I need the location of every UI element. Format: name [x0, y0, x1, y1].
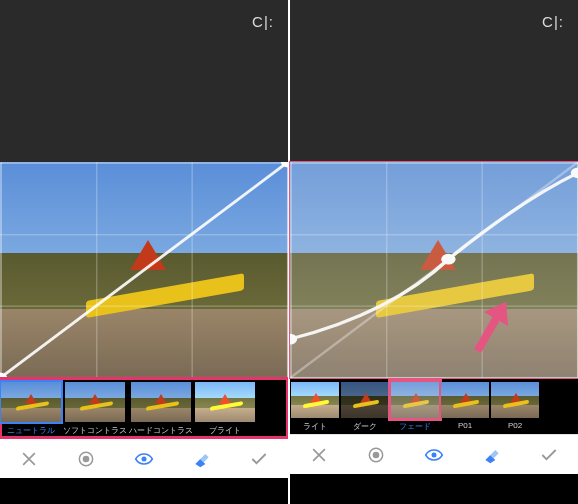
- preset-label: ソフトコントラスト: [63, 425, 127, 436]
- spacer: [290, 42, 578, 162]
- preset-hard-contrast[interactable]: ハードコントラスト: [129, 382, 193, 436]
- close-button[interactable]: [303, 439, 335, 471]
- preset-fade[interactable]: フェード: [391, 382, 439, 432]
- tool-contrast-icon[interactable]: [360, 439, 392, 471]
- tool-eraser-icon[interactable]: [186, 443, 218, 475]
- preset-neutral[interactable]: ニュートラル: [1, 382, 61, 436]
- tool-eye-icon[interactable]: [418, 439, 450, 471]
- tone-curve[interactable]: [0, 162, 288, 378]
- image-canvas[interactable]: [290, 162, 578, 378]
- preset-strip: ライト ダーク フェード P01 P02: [290, 378, 578, 434]
- tool-eraser-icon[interactable]: [476, 439, 508, 471]
- accept-button[interactable]: [243, 443, 275, 475]
- preset-p01[interactable]: P01: [441, 382, 489, 432]
- panel-right: C|: ライト ダーク フェード: [288, 0, 578, 504]
- accept-button[interactable]: [533, 439, 565, 471]
- svg-point-4: [83, 455, 90, 462]
- topbar: C|:: [290, 0, 578, 42]
- canvas-wrap: [0, 162, 288, 378]
- svg-point-8: [441, 254, 455, 265]
- preset-label: フェード: [399, 421, 431, 432]
- preset-p02[interactable]: P02: [491, 382, 539, 432]
- compare-icon[interactable]: C|:: [542, 13, 564, 30]
- svg-line-0: [0, 162, 288, 378]
- svg-point-11: [373, 451, 380, 458]
- canvas-wrap: [290, 162, 578, 378]
- preset-light[interactable]: ライト: [291, 382, 339, 432]
- preset-strip: ニュートラル ソフトコントラスト ハードコントラスト ブライト: [0, 378, 288, 438]
- preset-label: ブライト: [209, 425, 241, 436]
- panel-left: C|: ニュートラル ソフトコントラスト ハードコントラスト: [0, 0, 288, 504]
- preset-label: ダーク: [353, 421, 377, 432]
- svg-point-5: [141, 456, 146, 461]
- topbar: C|:: [0, 0, 288, 42]
- preset-label: ライト: [303, 421, 327, 432]
- bottom-toolbar: [290, 434, 578, 474]
- preset-bright[interactable]: ブライト: [195, 382, 255, 436]
- preset-label: ハードコントラスト: [129, 425, 193, 436]
- spacer: [0, 42, 288, 162]
- svg-point-7: [290, 334, 297, 345]
- tool-contrast-icon[interactable]: [70, 443, 102, 475]
- tool-eye-icon[interactable]: [128, 443, 160, 475]
- preset-soft-contrast[interactable]: ソフトコントラスト: [63, 382, 127, 436]
- preset-label: P01: [458, 421, 472, 430]
- compare-icon[interactable]: C|:: [252, 13, 274, 30]
- image-canvas[interactable]: [0, 162, 288, 378]
- close-button[interactable]: [13, 443, 45, 475]
- preset-label: ニュートラル: [7, 425, 55, 436]
- tone-curve[interactable]: [290, 162, 578, 378]
- svg-point-12: [431, 452, 436, 457]
- preset-label: P02: [508, 421, 522, 430]
- preset-dark[interactable]: ダーク: [341, 382, 389, 432]
- bottom-toolbar: [0, 438, 288, 478]
